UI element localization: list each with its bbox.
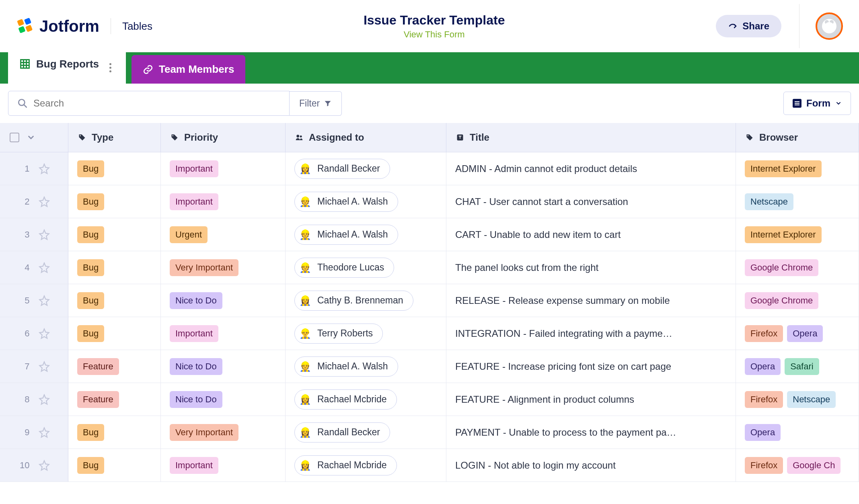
cell-priority[interactable]: Very Important [161,251,286,284]
star-icon[interactable] [39,460,50,471]
cell-title[interactable]: RELEASE - Release expense summary on mob… [446,284,736,317]
cell-priority[interactable]: Urgent [161,218,286,251]
assignee-pill[interactable]: 👷‍♀️Randall Becker [294,422,390,443]
cell-title[interactable]: CART - Unable to add new item to cart [446,218,736,251]
cell-priority[interactable]: Important [161,185,286,218]
cell-assigned[interactable]: 👷Michael A. Walsh [286,350,446,383]
assignee-pill[interactable]: 👷Michael A. Walsh [294,192,398,212]
col-header-priority[interactable]: Priority [161,123,286,152]
cell-browser[interactable]: Google Chrome [736,251,859,284]
row-index-cell[interactable]: 9 [0,416,68,449]
share-button[interactable]: Share [716,15,781,37]
assignee-pill[interactable]: 👷‍♀️Rachael Mcbride [294,455,397,475]
col-header-type[interactable]: Type [68,123,161,152]
cell-priority[interactable]: Nice to Do [161,383,286,416]
cell-type[interactable]: Bug [68,317,161,350]
search-box[interactable] [8,91,290,116]
tables-label[interactable]: Tables [122,20,152,33]
tab-options-button[interactable] [106,52,115,76]
user-avatar[interactable] [816,12,843,40]
select-all-checkbox[interactable] [10,133,19,142]
row-index-cell[interactable]: 5 [0,284,68,317]
cell-browser[interactable]: Opera [736,416,859,449]
row-index-cell[interactable]: 1 [0,152,68,185]
assignee-pill[interactable]: 👷‍♂️Terry Roberts [294,324,383,344]
cell-priority[interactable]: Very Important [161,416,286,449]
search-input[interactable] [33,98,280,109]
row-index-cell[interactable]: 2 [0,185,68,218]
cell-title[interactable]: CHAT - User cannot start a conversation [446,185,736,218]
cell-priority[interactable]: Nice to Do [161,350,286,383]
cell-browser[interactable]: Internet Explorer [736,152,859,185]
cell-type[interactable]: Bug [68,251,161,284]
star-icon[interactable] [39,328,50,339]
cell-type[interactable]: Bug [68,152,161,185]
row-index-cell[interactable]: 4 [0,251,68,284]
cell-browser[interactable]: FirefoxGoogle Ch [736,449,859,482]
filter-button[interactable]: Filter [290,91,342,116]
cell-assigned[interactable]: 👷Theodore Lucas [286,251,446,284]
logo[interactable]: Jotform [16,16,99,36]
cell-assigned[interactable]: 👷‍♀️Randall Becker [286,416,446,449]
star-icon[interactable] [39,196,50,207]
col-header-title[interactable]: Title [446,123,736,152]
star-icon[interactable] [39,295,50,306]
star-icon[interactable] [39,427,50,438]
col-header-browser[interactable]: Browser [736,123,859,152]
cell-assigned[interactable]: 👷Michael A. Walsh [286,185,446,218]
assignee-pill[interactable]: 👷‍♀️Rachael Mcbride [294,389,397,410]
cell-type[interactable]: Bug [68,416,161,449]
cell-assigned[interactable]: 👷Michael A. Walsh [286,218,446,251]
cell-title[interactable]: INTEGRATION - Failed integrating with a … [446,317,736,350]
cell-title[interactable]: LOGIN - Not able to login my account [446,449,736,482]
cell-assigned[interactable]: 👷‍♂️Terry Roberts [286,317,446,350]
star-icon[interactable] [39,229,50,240]
cell-title[interactable]: FEATURE - Alignment in product columns [446,383,736,416]
row-index-cell[interactable]: 8 [0,383,68,416]
cell-browser[interactable]: FirefoxNetscape [736,383,859,416]
cell-type[interactable]: Bug [68,185,161,218]
chevron-down-icon[interactable] [27,133,35,142]
assignee-pill[interactable]: 👷Michael A. Walsh [294,356,398,377]
cell-assigned[interactable]: 👷‍♀️Randall Becker [286,152,446,185]
cell-priority[interactable]: Important [161,317,286,350]
cell-browser[interactable]: Netscape [736,185,859,218]
view-form-link[interactable]: View This Form [404,29,465,40]
cell-browser[interactable]: OperaSafari [736,350,859,383]
cell-browser[interactable]: Google Chrome [736,284,859,317]
row-index-cell[interactable]: 7 [0,350,68,383]
assignee-pill[interactable]: 👷Theodore Lucas [294,258,394,278]
cell-priority[interactable]: Important [161,152,286,185]
star-icon[interactable] [39,163,50,174]
dots-vertical-icon [109,63,111,72]
cell-priority[interactable]: Nice to Do [161,284,286,317]
cell-priority[interactable]: Important [161,449,286,482]
tab-bug-reports[interactable]: Bug Reports [8,44,126,84]
row-index-cell[interactable]: 6 [0,317,68,350]
cell-title[interactable]: FEATURE - Increase pricing font size on … [446,350,736,383]
cell-title[interactable]: ADMIN - Admin cannot edit product detail… [446,152,736,185]
assignee-pill[interactable]: 👷Michael A. Walsh [294,225,398,245]
row-index-cell[interactable]: 3 [0,218,68,251]
cell-type[interactable]: Bug [68,449,161,482]
cell-type[interactable]: Bug [68,218,161,251]
form-view-button[interactable]: Form [783,92,851,115]
cell-browser[interactable]: FirefoxOpera [736,317,859,350]
cell-title[interactable]: The panel looks cut from the right [446,251,736,284]
cell-browser[interactable]: Internet Explorer [736,218,859,251]
cell-title[interactable]: PAYMENT - Unable to process to the payme… [446,416,736,449]
col-header-assigned[interactable]: Assigned to [286,123,446,152]
cell-type[interactable]: Bug [68,284,161,317]
cell-assigned[interactable]: 👷‍♀️Rachael Mcbride [286,383,446,416]
assignee-pill[interactable]: 👷‍♀️Randall Becker [294,159,390,179]
cell-assigned[interactable]: 👷‍♀️Rachael Mcbride [286,449,446,482]
star-icon[interactable] [39,262,50,273]
row-index-cell[interactable]: 10 [0,449,68,482]
star-icon[interactable] [39,394,50,405]
star-icon[interactable] [39,361,50,372]
cell-type[interactable]: Feature [68,383,161,416]
assignee-pill[interactable]: 👷‍♀️Cathy B. Brenneman [294,291,413,311]
tab-team-members[interactable]: Team Members [132,55,245,84]
cell-assigned[interactable]: 👷‍♀️Cathy B. Brenneman [286,284,446,317]
cell-type[interactable]: Feature [68,350,161,383]
